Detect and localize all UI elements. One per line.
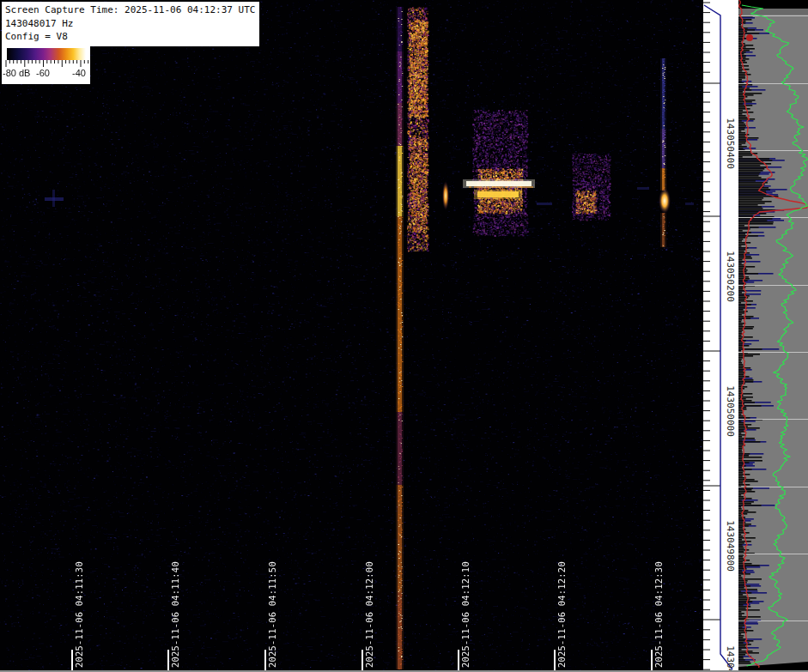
time-axis-label: 2025-11-06 04:12:00 [364, 561, 374, 668]
time-axis-tick [554, 650, 556, 670]
freq-axis-label: 143050000 [725, 351, 736, 471]
time-axis-label: 2025-11-06 04:12:10 [460, 561, 471, 668]
freq-axis-label: 143049600 Hz [725, 620, 736, 672]
capture-info-overlay: Screen Capture Time: 2025-11-06 04:12:37… [2, 2, 259, 46]
time-axis-tick [167, 650, 169, 670]
center-frequency-text: 143048017 Hz [5, 17, 255, 31]
capture-time-text: Screen Capture Time: 2025-11-06 04:12:37… [5, 3, 255, 17]
color-scale-legend: -80 dB-60-40 [2, 45, 90, 84]
freq-axis-label: 143050200 [725, 216, 736, 336]
time-axis-label: 2025-11-06 04:11:30 [74, 561, 84, 668]
freq-axis-label: 143049800 [725, 486, 736, 606]
time-axis-tick [458, 650, 459, 670]
config-text: Config = V8 [5, 30, 255, 44]
time-axis-tick [651, 650, 653, 670]
colorbar-label: -40 [72, 68, 86, 78]
colorbar-label: -60 [36, 68, 50, 78]
spectrum-side-panel[interactable] [738, 0, 808, 672]
time-axis-tick [71, 650, 73, 670]
colorbar-label: -80 dB [3, 68, 30, 78]
sdr-waterfall-window: 1430504001430502001430500001430498001430… [0, 0, 808, 672]
time-axis-label: 2025-11-06 04:12:20 [556, 561, 567, 668]
colorbar-ruler-ticks [5, 60, 89, 68]
freq-axis-label: 143050400 [725, 83, 736, 203]
time-axis-label: 2025-11-06 04:11:50 [267, 561, 277, 668]
colorbar-gradient [7, 48, 86, 60]
time-axis-tick [264, 650, 266, 670]
time-axis-label: 2025-11-06 04:12:30 [653, 561, 664, 668]
time-axis-label: 2025-11-06 04:11:40 [170, 561, 180, 668]
time-axis-tick [361, 650, 363, 670]
waterfall-spectrogram[interactable] [0, 0, 703, 672]
